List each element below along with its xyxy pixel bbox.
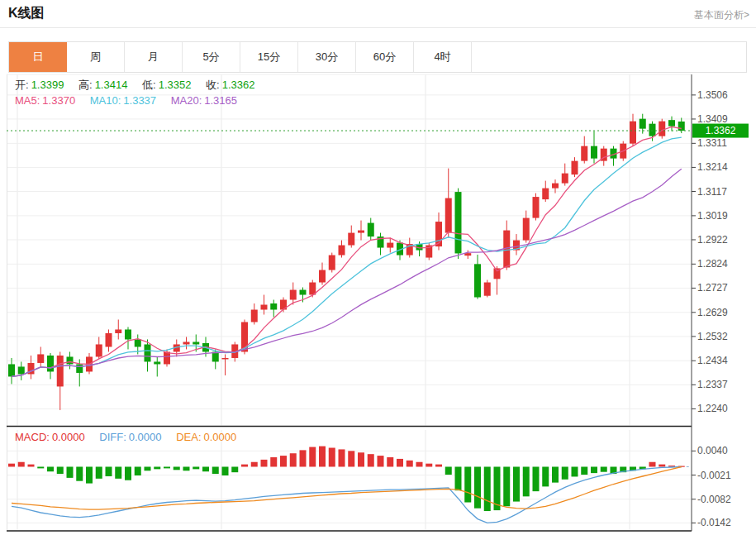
macd-bar[interactable] bbox=[280, 456, 287, 466]
candle[interactable] bbox=[47, 353, 54, 379]
macd-bar[interactable] bbox=[251, 462, 258, 467]
macd-bar[interactable] bbox=[96, 466, 102, 478]
macd-bar[interactable] bbox=[572, 466, 578, 476]
macd-bar[interactable] bbox=[581, 466, 587, 475]
macd-bar[interactable] bbox=[358, 452, 364, 466]
macd-bar[interactable] bbox=[67, 466, 74, 477]
macd-bar[interactable] bbox=[86, 466, 93, 483]
macd-bar[interactable] bbox=[183, 466, 190, 471]
candle[interactable] bbox=[572, 157, 578, 177]
macd-bar[interactable] bbox=[426, 464, 432, 467]
candle[interactable] bbox=[542, 181, 549, 202]
macd-bar[interactable] bbox=[106, 466, 112, 475]
macd-bar[interactable] bbox=[37, 466, 44, 468]
candle[interactable] bbox=[67, 351, 74, 369]
candle[interactable] bbox=[464, 251, 471, 259]
candle[interactable] bbox=[86, 353, 93, 374]
macd-bar[interactable] bbox=[241, 465, 248, 467]
macd-bar[interactable] bbox=[145, 466, 151, 471]
candle[interactable] bbox=[533, 193, 540, 221]
macd-bar[interactable] bbox=[290, 453, 297, 466]
candle[interactable] bbox=[445, 169, 452, 238]
macd-bar[interactable] bbox=[329, 448, 335, 467]
candle[interactable] bbox=[455, 189, 462, 259]
candle[interactable] bbox=[183, 337, 190, 349]
macd-bar[interactable] bbox=[455, 466, 462, 490]
macd-bar[interactable] bbox=[18, 462, 25, 467]
candle[interactable] bbox=[562, 164, 568, 186]
candle[interactable] bbox=[591, 131, 597, 164]
candle[interactable] bbox=[251, 303, 258, 324]
macd-bar[interactable] bbox=[601, 466, 607, 471]
candle[interactable] bbox=[270, 300, 277, 318]
macd-bar[interactable] bbox=[378, 456, 384, 466]
candle[interactable] bbox=[358, 221, 364, 241]
macd-bar[interactable] bbox=[649, 462, 656, 467]
macd-bar[interactable] bbox=[300, 450, 307, 466]
candle[interactable] bbox=[378, 233, 384, 256]
candle[interactable] bbox=[474, 255, 481, 299]
candle[interactable] bbox=[290, 283, 297, 305]
macd-bar[interactable] bbox=[474, 466, 481, 508]
candle[interactable] bbox=[339, 241, 345, 258]
macd-bar[interactable] bbox=[319, 447, 326, 467]
macd-bar[interactable] bbox=[533, 466, 540, 491]
candle[interactable] bbox=[348, 226, 354, 248]
macd-bar[interactable] bbox=[270, 457, 277, 466]
candle[interactable] bbox=[28, 356, 35, 379]
macd-bar[interactable] bbox=[523, 466, 530, 496]
macd-bar[interactable] bbox=[348, 451, 354, 466]
macd-bar[interactable] bbox=[57, 466, 64, 474]
candle[interactable] bbox=[611, 146, 617, 166]
macd-bar[interactable] bbox=[8, 464, 15, 467]
macd-bar[interactable] bbox=[164, 466, 170, 468]
candle[interactable] bbox=[513, 234, 520, 255]
macd-bar[interactable] bbox=[339, 449, 345, 466]
macd-bar[interactable] bbox=[445, 466, 452, 475]
candle[interactable] bbox=[261, 295, 268, 315]
candle[interactable] bbox=[668, 117, 675, 131]
candle[interactable] bbox=[368, 218, 374, 241]
macd-bar[interactable] bbox=[387, 457, 393, 466]
macd-bar[interactable] bbox=[47, 466, 54, 471]
candle[interactable] bbox=[154, 356, 160, 376]
candle[interactable] bbox=[426, 243, 432, 260]
macd-bar[interactable] bbox=[154, 466, 160, 469]
macd-bar[interactable] bbox=[542, 466, 549, 486]
candle[interactable] bbox=[659, 119, 665, 139]
candle[interactable] bbox=[125, 327, 131, 349]
macd-bar[interactable] bbox=[484, 466, 491, 511]
candle[interactable] bbox=[319, 263, 326, 285]
candle[interactable] bbox=[222, 354, 229, 375]
macd-bar[interactable] bbox=[231, 466, 238, 472]
candle[interactable] bbox=[37, 346, 44, 366]
candle[interactable] bbox=[601, 146, 607, 166]
macd-bar[interactable] bbox=[513, 466, 520, 501]
candle[interactable] bbox=[106, 329, 112, 351]
macd-bar[interactable] bbox=[503, 466, 510, 506]
candle[interactable] bbox=[407, 238, 413, 258]
macd-bar[interactable] bbox=[562, 466, 568, 479]
macd-bar[interactable] bbox=[202, 466, 209, 471]
macd-bar[interactable] bbox=[309, 447, 316, 467]
candle[interactable] bbox=[96, 337, 102, 359]
macd-bar[interactable] bbox=[125, 466, 131, 480]
macd-bar[interactable] bbox=[222, 466, 229, 475]
candle[interactable] bbox=[280, 298, 287, 313]
macd-bar[interactable] bbox=[407, 461, 413, 467]
candle[interactable] bbox=[8, 358, 15, 384]
macd-bar[interactable] bbox=[212, 466, 219, 474]
macd-bar[interactable] bbox=[135, 466, 141, 475]
candle[interactable] bbox=[18, 361, 25, 380]
candle[interactable] bbox=[484, 280, 491, 298]
macd-bar[interactable] bbox=[591, 466, 597, 473]
candle[interactable] bbox=[581, 136, 587, 164]
macd-bar[interactable] bbox=[416, 462, 423, 467]
candle[interactable] bbox=[329, 253, 335, 273]
candle[interactable] bbox=[57, 351, 64, 409]
candle[interactable] bbox=[503, 221, 510, 270]
macd-bar[interactable] bbox=[397, 459, 403, 467]
macd-bar[interactable] bbox=[174, 466, 180, 470]
macd-bar[interactable] bbox=[115, 466, 121, 478]
macd-bar[interactable] bbox=[368, 454, 374, 466]
